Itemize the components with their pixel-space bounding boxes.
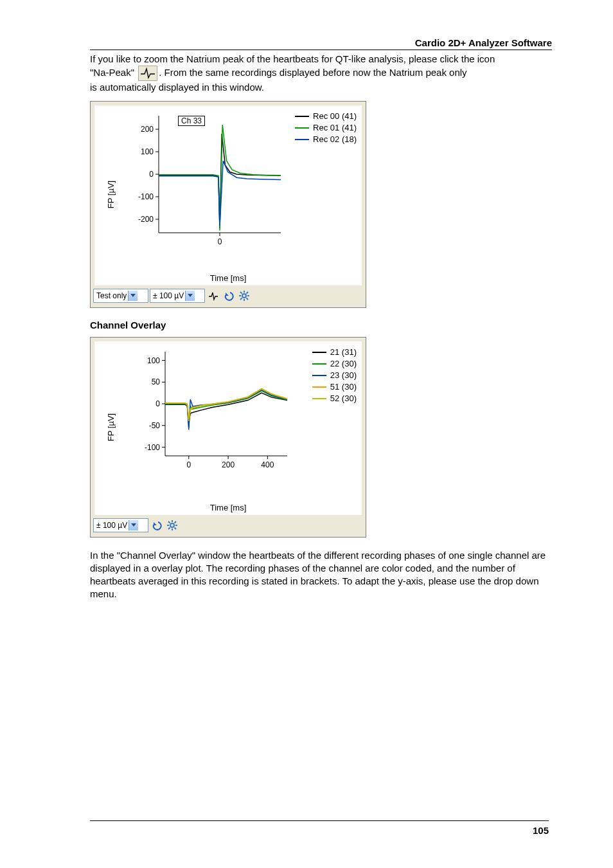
figure-na-peak: FP [µV] -200-10001002000 Ch 33 Rec 00 (4…	[90, 101, 366, 308]
channel-overlay-heading: Channel Overlay	[90, 320, 552, 330]
chart2-ylabel: FP [µV]	[106, 413, 116, 440]
na-peak-icon	[138, 66, 157, 81]
chart2-svg: -100-500501000200400	[137, 348, 291, 482]
legend-item: Rec 00 (41)	[295, 111, 357, 122]
legend-item: 23 (30)	[312, 370, 357, 381]
chart1-preset-value: Test only	[96, 291, 127, 300]
svg-line-42	[168, 521, 170, 523]
legend-color-swatch	[312, 386, 326, 388]
channel-overlay-paragraph: In the "Channel Overlay" window the hear…	[90, 549, 552, 601]
chart2-xlabel: Time [ms]	[94, 503, 362, 512]
para1-line3: is automatically displayed in this windo…	[90, 82, 264, 93]
undo-icon[interactable]	[222, 289, 236, 303]
svg-text:200: 200	[141, 125, 154, 134]
chart2-yaxis-combo[interactable]: ± 100 µV	[93, 518, 148, 532]
chart1-plot: FP [µV] -200-10001002000 Ch 33 Rec 00 (4…	[94, 105, 362, 285]
chart1-ylabel: FP [µV]	[106, 180, 116, 208]
chart1-xlabel: Time [ms]	[94, 273, 362, 283]
para1-suffix: . From the same recordings displayed bef…	[159, 67, 466, 78]
legend-label: 21 (31)	[330, 347, 357, 357]
page-header: Cardio 2D+ Analyzer Software	[90, 37, 552, 50]
legend-item: Rec 02 (18)	[295, 134, 357, 145]
svg-line-43	[175, 527, 177, 529]
svg-text:0: 0	[149, 170, 154, 179]
svg-line-18	[247, 298, 249, 300]
page-number: 105	[533, 825, 549, 836]
svg-text:400: 400	[261, 460, 274, 469]
chart2-yaxis-value: ± 100 µV	[96, 521, 127, 530]
svg-text:-100: -100	[145, 442, 160, 451]
intro-paragraph: If you like to zoom the Natrium peak of …	[90, 53, 552, 95]
chart2-legend: 21 (31) 22 (30) 23 (30) 51 (30) 52 (30)	[312, 347, 357, 404]
chart1-svg: -200-10001002000	[130, 112, 285, 258]
chart1-yaxis-value: ± 100 µV	[153, 291, 184, 300]
legend-color-swatch	[312, 363, 326, 365]
para1-prefix: "Na-Peak"	[90, 67, 137, 78]
legend-color-swatch	[295, 116, 309, 117]
legend-item: Rec 01 (41)	[295, 122, 357, 134]
svg-text:0: 0	[186, 460, 191, 469]
svg-line-17	[240, 292, 242, 294]
chart1-channel-box: Ch 33	[178, 116, 205, 126]
legend-color-swatch	[312, 398, 326, 399]
legend-item: 52 (30)	[312, 393, 357, 404]
figure-channel-overlay: FP [µV] -100-500501000200400 21 (31) 22 …	[90, 337, 366, 538]
legend-label: 23 (30)	[330, 370, 357, 380]
svg-point-12	[242, 294, 246, 298]
legend-label: Rec 00 (41)	[313, 111, 357, 121]
chart1-legend: Rec 00 (41) Rec 01 (41) Rec 02 (18)	[295, 111, 357, 145]
svg-text:50: 50	[152, 377, 161, 386]
chart1-preset-combo[interactable]: Test only	[93, 289, 148, 303]
svg-line-19	[240, 298, 242, 300]
chart1-yaxis-combo[interactable]: ± 100 µV	[150, 289, 205, 303]
chart1-toolbar: Test only ± 100 µV	[91, 285, 366, 307]
gear-icon[interactable]	[237, 289, 251, 303]
legend-label: 22 (30)	[330, 359, 357, 368]
svg-text:200: 200	[222, 460, 235, 469]
legend-label: Rec 02 (18)	[313, 134, 357, 144]
chart2-plot: FP [µV] -100-500501000200400 21 (31) 22 …	[94, 341, 362, 515]
svg-text:-50: -50	[149, 420, 161, 429]
svg-text:0: 0	[155, 399, 160, 408]
legend-item: 22 (30)	[312, 358, 357, 370]
dropdown-icon	[129, 520, 138, 530]
legend-item: 51 (30)	[312, 381, 357, 393]
legend-label: Rec 01 (41)	[313, 123, 357, 132]
svg-point-37	[170, 523, 174, 527]
dropdown-icon	[185, 291, 195, 301]
svg-text:100: 100	[147, 356, 160, 365]
legend-color-swatch	[295, 139, 309, 140]
chart2-toolbar: ± 100 µV	[91, 515, 366, 537]
svg-text:0: 0	[218, 237, 222, 246]
svg-line-44	[168, 527, 170, 529]
gear-icon[interactable]	[165, 518, 179, 532]
legend-color-swatch	[312, 375, 326, 376]
legend-color-swatch	[312, 352, 326, 353]
legend-label: 52 (30)	[330, 393, 357, 403]
svg-text:-100: -100	[138, 192, 154, 201]
legend-label: 51 (30)	[330, 382, 357, 392]
legend-item: 21 (31)	[312, 347, 357, 358]
svg-line-20	[247, 292, 249, 294]
na-peak-toggle-icon[interactable]	[206, 289, 220, 303]
svg-line-45	[175, 521, 177, 523]
page-footer: 105	[90, 820, 549, 836]
svg-text:-200: -200	[138, 215, 154, 224]
legend-color-swatch	[295, 127, 309, 129]
header-title: Cardio 2D+ Analyzer Software	[415, 37, 552, 48]
para1-line1: If you like to zoom the Natrium peak of …	[90, 53, 495, 64]
svg-text:100: 100	[141, 147, 154, 156]
undo-icon[interactable]	[150, 518, 164, 532]
dropdown-icon	[128, 291, 138, 301]
